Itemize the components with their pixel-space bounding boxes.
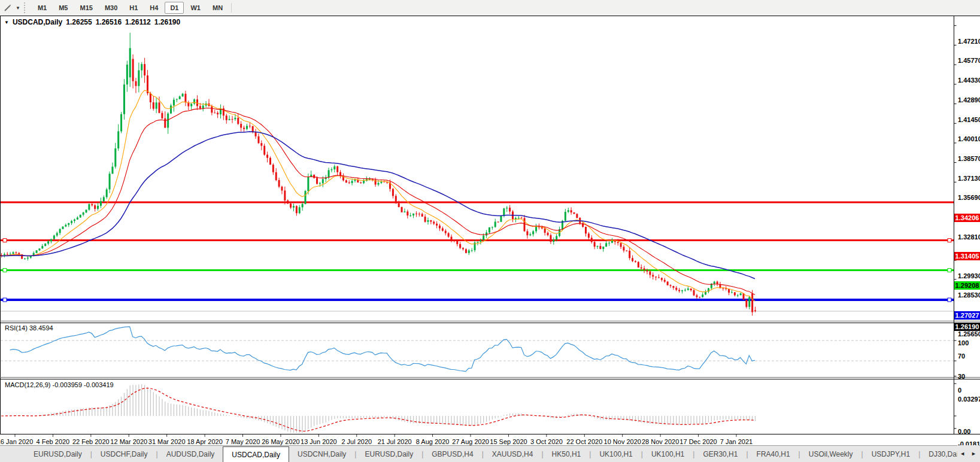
date-label: 17 Dec 2020 bbox=[679, 438, 717, 445]
macd-signal-line bbox=[1, 388, 755, 431]
rsi-tick-label: 0 bbox=[958, 386, 980, 394]
date-label: 2 Jul 2020 bbox=[341, 438, 372, 445]
line-handle[interactable] bbox=[3, 239, 7, 242]
price-tick-label: 1.28530 bbox=[958, 291, 980, 299]
chart-canvas[interactable] bbox=[0, 16, 980, 445]
price-tick-label: 1.40010 bbox=[958, 135, 980, 143]
chart-tab-UK100-H1[interactable]: UK100,H1 bbox=[643, 446, 693, 462]
mt4-terminal: ▼ M1M5M15M30H1H4D1W1MN ▼ USDCAD,Daily 1.… bbox=[0, 0, 980, 462]
chart-tab-AUDUSD-Daily[interactable]: AUDUSD,Daily bbox=[158, 446, 223, 462]
timeframe-buttons: M1M5M15M30H1H4D1W1MN bbox=[32, 2, 229, 14]
price-tick-label: 1.32810 bbox=[958, 233, 980, 241]
timeframe-button-D1[interactable]: D1 bbox=[165, 2, 184, 14]
date-label: 10 Nov 2020 bbox=[604, 438, 641, 445]
macd-label: MACD(12,26,9) -0.003959 -0.003419 bbox=[5, 381, 114, 388]
timeframe-toolbar: ▼ M1M5M15M30H1H4D1W1MN bbox=[0, 0, 980, 16]
hline-price-badge: 1.29208 bbox=[954, 281, 980, 290]
hline-price-badge: 1.27027 bbox=[954, 311, 980, 320]
chart-tab-UK100-H1[interactable]: UK100,H1 bbox=[591, 446, 641, 462]
price-tick-label: 1.25650 bbox=[958, 330, 980, 338]
chart-tab-GER30-H1[interactable]: GER30,H1 bbox=[694, 446, 746, 462]
price-tick-label: 1.29930 bbox=[958, 272, 980, 280]
current-price-badge: 1.26190 bbox=[954, 323, 980, 331]
chart-tab-USDCHF-Daily[interactable]: USDCHF,Daily bbox=[92, 446, 156, 462]
hline-price-badge: 1.31405 bbox=[954, 252, 980, 260]
date-label: 12 Mar 2020 bbox=[110, 438, 147, 445]
rsi-tick-label: 100 bbox=[958, 339, 980, 347]
date-label: 31 Mar 2020 bbox=[148, 438, 186, 445]
line-handle[interactable] bbox=[948, 268, 951, 272]
date-label: 7 Jan 2021 bbox=[720, 438, 753, 445]
chart-tab-EURUSD-Daily[interactable]: EURUSD,Daily bbox=[356, 446, 421, 462]
price-tick-label: 1.37130 bbox=[958, 174, 980, 183]
chart-tab-USDCAD-Daily[interactable]: USDCAD,Daily bbox=[223, 446, 289, 462]
ohlc-open: 1.26255 bbox=[66, 18, 92, 26]
hline-price-badge: 1.34206 bbox=[954, 214, 980, 222]
price-tick-label: 1.35690 bbox=[958, 193, 980, 202]
chart-tab-GBPUSD-H4[interactable]: GBPUSD,H4 bbox=[423, 446, 481, 462]
date-label: 22 Feb 2020 bbox=[72, 438, 110, 445]
price-tick-label: 1.42890 bbox=[958, 96, 980, 104]
collapse-arrow-icon[interactable]: ▼ bbox=[4, 20, 9, 25]
tab-scroll-left-icon[interactable]: ◄ bbox=[960, 451, 965, 457]
ohlc-low: 1.26112 bbox=[125, 18, 151, 26]
price-tick-label: 1.38570 bbox=[958, 154, 980, 163]
macd-histogram bbox=[2, 384, 756, 433]
timeframe-button-M1[interactable]: M1 bbox=[32, 2, 52, 14]
date-label: 27 Aug 2020 bbox=[452, 438, 489, 445]
line-handle[interactable] bbox=[3, 268, 7, 272]
macd-tick-label: 0.032972 bbox=[958, 395, 980, 403]
price-tick-label: 1.47210 bbox=[958, 37, 980, 45]
chart-tab-USDJPY-H1[interactable]: USDJPY,H1 bbox=[863, 446, 918, 462]
price-tick-label: 1.45770 bbox=[958, 56, 980, 65]
date-label: 13 Jun 2020 bbox=[301, 438, 337, 445]
rsi-label: RSI(14) 38.4594 bbox=[5, 324, 53, 332]
rsi-tick-label: 70 bbox=[958, 352, 980, 360]
price-tick-label: 1.44330 bbox=[958, 76, 980, 84]
timeframe-button-M5[interactable]: M5 bbox=[53, 2, 73, 14]
chart-tab-HK50-H1[interactable]: HK50,H1 bbox=[544, 446, 590, 462]
chart-title: ▼ USDCAD,Daily 1.26255 1.26516 1.26112 1… bbox=[4, 18, 180, 26]
chart-tab-EURUSD-Daily[interactable]: EURUSD,Daily bbox=[25, 446, 90, 462]
tab-scroll-right-icon[interactable]: ► bbox=[971, 451, 976, 457]
line-tool-icon[interactable] bbox=[0, 1, 16, 14]
toolbar-grip bbox=[24, 2, 28, 13]
chart-tab-USDCNH-Daily[interactable]: USDCNH,Daily bbox=[289, 446, 354, 462]
date-label: 21 Jul 2020 bbox=[378, 438, 412, 445]
rsi-tick-label: 30 bbox=[958, 372, 980, 381]
rsi-line bbox=[10, 327, 755, 372]
line-tool-dropdown-icon[interactable]: ▼ bbox=[16, 5, 20, 11]
date-label: 7 May 2020 bbox=[226, 438, 260, 445]
line-handle[interactable] bbox=[948, 298, 951, 302]
tab-scroll-buttons: ◄ ► bbox=[957, 445, 979, 462]
timeframe-button-H4[interactable]: H4 bbox=[144, 2, 163, 14]
candlesticks bbox=[1, 33, 756, 316]
date-label: 26 May 2020 bbox=[262, 438, 300, 445]
date-label: 18 Apr 2020 bbox=[187, 438, 222, 445]
price-tick-label: 1.41450 bbox=[958, 116, 980, 124]
chart-tab-bar: EURUSD,Daily|USDCHF,Daily|AUDUSD,DailyUS… bbox=[0, 445, 980, 462]
timeframe-button-H1[interactable]: H1 bbox=[124, 2, 143, 14]
timeframe-button-MN[interactable]: MN bbox=[207, 2, 228, 14]
date-label: 28 Nov 2020 bbox=[642, 438, 679, 445]
chart-symbol-label: USDCAD,Daily bbox=[13, 18, 62, 26]
timeframe-button-W1[interactable]: W1 bbox=[185, 2, 206, 14]
date-label: 8 Aug 2020 bbox=[416, 438, 450, 445]
chart-tab-USOil-Weekly[interactable]: USOil,Weekly bbox=[800, 446, 861, 462]
date-label: 15 Sep 2020 bbox=[490, 438, 527, 445]
timeframe-button-M15[interactable]: M15 bbox=[74, 2, 98, 14]
date-label: 22 Oct 2020 bbox=[566, 438, 602, 445]
chart-tab-FRA40-H1[interactable]: FRA40,H1 bbox=[748, 446, 799, 462]
ohlc-close: 1.26190 bbox=[154, 18, 180, 26]
horizontal-lines[interactable] bbox=[1, 202, 954, 300]
date-label: 16 Jan 2020 bbox=[0, 438, 33, 445]
chart-window: ▼ USDCAD,Daily 1.26255 1.26516 1.26112 1… bbox=[0, 16, 980, 445]
timeframe-button-M30[interactable]: M30 bbox=[99, 2, 123, 14]
line-handle[interactable] bbox=[948, 239, 951, 242]
macd-tick-label: 0.00 bbox=[958, 427, 980, 436]
line-handle[interactable] bbox=[3, 298, 7, 302]
chart-tab-XAUUSD-H4[interactable]: XAUUSD,H4 bbox=[484, 446, 542, 462]
ohlc-high: 1.26516 bbox=[96, 18, 122, 26]
toolbar-separator bbox=[231, 3, 232, 13]
date-label: 4 Feb 2020 bbox=[37, 438, 70, 445]
